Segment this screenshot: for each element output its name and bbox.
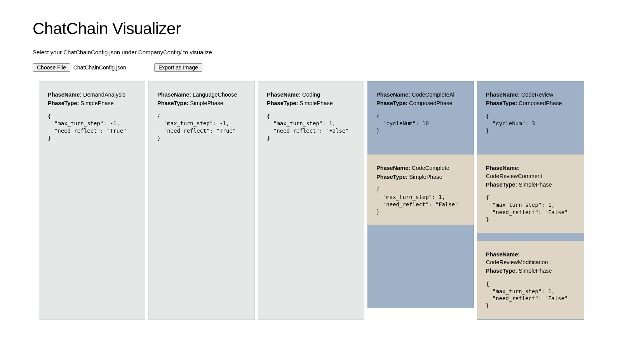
phase-name-value: CodeComplete	[410, 165, 449, 171]
controls-row: Choose File ChatChainConfig.json Export …	[33, 63, 611, 72]
phase-json: { "max_turn_step": 1, "need_reflect": "F…	[486, 280, 575, 310]
phase-name-label: PhaseName:	[157, 92, 191, 98]
phase-type-label: PhaseType:	[267, 100, 298, 106]
phase-name-row: PhaseName: Coding	[267, 91, 355, 99]
phase-card-codereviewcomment: PhaseName: CodeReviewCommentPhaseType: S…	[477, 154, 584, 233]
phase-type-label: PhaseType:	[157, 100, 188, 106]
phase-name-row: PhaseName: CodeComplete	[376, 164, 465, 172]
phase-name-row: PhaseName: DemandAnalysis	[48, 91, 136, 99]
phase-name-label: PhaseName:	[376, 92, 410, 98]
phase-name-label: PhaseName:	[486, 165, 520, 171]
phase-name-row: PhaseName: CodeCompleteAll	[376, 91, 465, 99]
phase-name-label: PhaseName:	[376, 165, 410, 171]
phase-json: { "max_turn_step": 1, "need_reflect": "F…	[376, 186, 465, 216]
chain-column: PhaseName: CodeCompleteAllPhaseType: Com…	[367, 81, 474, 320]
phase-type-value: ComposedPhase	[407, 100, 452, 106]
phase-type-value: SimplePhase	[517, 268, 552, 274]
phase-card-demandanalysis: PhaseName: DemandAnalysisPhaseType: Simp…	[39, 81, 145, 320]
phase-type-label: PhaseType:	[376, 100, 407, 106]
page-title: ChatChain Visualizer	[33, 19, 611, 38]
phase-type-label: PhaseType:	[486, 268, 517, 274]
phase-json: { "max_turn_step": -1, "need_reflect": "…	[157, 113, 246, 142]
phase-card-codereviewmodification: PhaseName: CodeReviewModificationPhaseTy…	[477, 241, 584, 319]
phase-name-row: PhaseName: CodeReview	[486, 91, 575, 99]
phase-card-codecomplete: PhaseName: CodeCompletePhaseType: Simple…	[367, 154, 474, 225]
phase-type-row: PhaseType: SimplePhase	[48, 99, 136, 107]
phase-type-row: PhaseType: SimplePhase	[157, 99, 246, 107]
phase-name-value: Coding	[301, 92, 320, 98]
phase-type-label: PhaseType:	[486, 100, 517, 106]
phase-name-value: CodeReviewComment	[486, 173, 542, 179]
page-subtitle: Select your ChatChainConfig.json under C…	[33, 49, 611, 55]
phase-name-label: PhaseName:	[267, 92, 301, 98]
phase-card-codereview: PhaseName: CodeReviewPhaseType: Composed…	[477, 81, 584, 154]
phase-type-value: ComposedPhase	[517, 100, 562, 106]
chain-column: PhaseName: LanguageChoosePhaseType: Simp…	[148, 81, 255, 320]
phase-card-languagechoose: PhaseName: LanguageChoosePhaseType: Simp…	[148, 81, 255, 320]
phase-type-row: PhaseType: ComposedPhase	[486, 99, 575, 107]
phase-type-value: SimplePhase	[188, 100, 223, 106]
phase-name-label: PhaseName:	[486, 251, 520, 258]
export-image-button[interactable]: Export as Image	[154, 63, 202, 72]
phase-card-coding: PhaseName: CodingPhaseType: SimplePhase{…	[258, 81, 364, 320]
phase-json: { "cycleNum": 10 }	[376, 113, 465, 135]
phase-type-row: PhaseType: SimplePhase	[267, 99, 355, 107]
phase-type-value: SimplePhase	[517, 182, 552, 188]
phase-json: { "max_turn_step": 1, "need_reflect": "F…	[486, 194, 575, 223]
phase-name-value: CodeReview	[520, 92, 553, 98]
phase-type-value: SimplePhase	[407, 174, 442, 180]
phase-name-label: PhaseName:	[486, 92, 520, 98]
composed-phase-wrap: PhaseName: CodeCompleteAllPhaseType: Com…	[367, 81, 474, 308]
chain-column: PhaseName: CodeReviewPhaseType: Composed…	[477, 81, 584, 320]
chain-column: PhaseName: DemandAnalysisPhaseType: Simp…	[39, 81, 145, 320]
phase-name-value: LanguageChoose	[191, 92, 237, 98]
composed-gap	[477, 233, 584, 241]
phase-name-row: PhaseName: CodeReviewModification	[486, 251, 575, 266]
phase-type-row: PhaseType: SimplePhase	[376, 173, 465, 181]
selected-filename: ChatChainConfig.json	[73, 64, 126, 71]
phase-json: { "max_turn_step": 1, "need_reflect": "F…	[267, 113, 355, 142]
phase-card-codecompleteall: PhaseName: CodeCompleteAllPhaseType: Com…	[367, 81, 474, 154]
phase-type-value: SimplePhase	[79, 100, 113, 106]
composed-fill	[477, 319, 584, 320]
phase-type-row: PhaseType: SimplePhase	[486, 267, 575, 275]
phase-type-row: PhaseType: SimplePhase	[486, 181, 575, 189]
composed-fill	[367, 225, 474, 308]
chain-container: PhaseName: DemandAnalysisPhaseType: Simp…	[33, 81, 611, 320]
phase-name-value: CodeCompleteAll	[410, 92, 456, 98]
phase-name-value: DemandAnalysis	[82, 92, 125, 98]
phase-json: { "cycleNum": 3 }	[486, 113, 575, 135]
chain-column: PhaseName: CodingPhaseType: SimplePhase{…	[258, 81, 364, 320]
phase-type-row: PhaseType: ComposedPhase	[376, 99, 465, 107]
phase-name-row: PhaseName: LanguageChoose	[157, 91, 246, 99]
choose-file-button[interactable]: Choose File	[33, 63, 70, 72]
phase-name-row: PhaseName: CodeReviewComment	[486, 164, 575, 180]
phase-type-value: SimplePhase	[298, 100, 332, 106]
phase-type-label: PhaseType:	[48, 100, 79, 106]
phase-type-label: PhaseType:	[486, 182, 517, 188]
phase-name-label: PhaseName:	[48, 92, 82, 98]
phase-name-value: CodeReviewModification	[486, 259, 548, 265]
phase-json: { "max_turn_step": -1, "need_reflect": "…	[48, 113, 136, 142]
phase-type-label: PhaseType:	[376, 174, 407, 180]
composed-phase-wrap: PhaseName: CodeReviewPhaseType: Composed…	[477, 81, 584, 320]
